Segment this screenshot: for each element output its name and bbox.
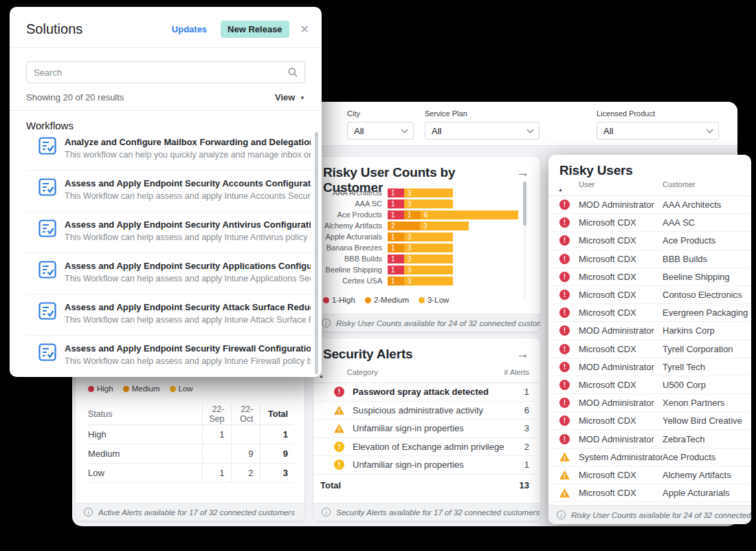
status-table-header[interactable]: 22-Oct — [231, 404, 260, 424]
legend-item-high[interactable]: High — [88, 385, 113, 393]
chart-bar[interactable]: 13 — [388, 255, 453, 263]
view-dropdown[interactable]: View ▼ — [275, 92, 305, 102]
chevron-down-icon — [527, 126, 534, 133]
severity-high-icon: ! — [559, 307, 570, 318]
status-table-cell: 9 — [260, 444, 294, 463]
info-icon: i — [557, 510, 566, 519]
chart-row: Certex USA13 — [319, 275, 522, 286]
panel-scrollbar[interactable] — [315, 132, 318, 374]
results-count-text: Showing 20 of 20 results — [26, 92, 124, 102]
risky-user-row[interactable]: !Microsoft CDXTyrell Corporation — [548, 341, 751, 358]
workflow-item[interactable]: Assess and Apply Endpoint Security Attac… — [26, 294, 313, 336]
open-security-alerts-icon[interactable]: → — [516, 347, 529, 362]
checklist-icon — [38, 219, 56, 252]
risky-user-customer: Harkins Corp — [663, 325, 751, 336]
updates-link[interactable]: Updates — [172, 24, 207, 34]
security-alert-row[interactable]: !Unfamiliar sign-in properties1 — [313, 456, 540, 475]
status-table-cell — [202, 444, 231, 463]
chart-row: Banana Breezes13 — [319, 242, 522, 253]
workflow-text: Assess and Apply Endpoint Security Attac… — [65, 301, 311, 335]
risky-user-row[interactable]: !MOD AdministratorHarkins Corp — [548, 322, 751, 340]
legend-label: Medium — [132, 385, 160, 393]
bar-segment-3-low: 3 — [404, 277, 453, 285]
status-table-header[interactable]: Status — [88, 404, 202, 424]
filter-select[interactable]: All — [425, 122, 540, 140]
status-table-header[interactable]: Total — [260, 404, 294, 424]
search-input[interactable] — [26, 61, 305, 83]
risky-user-row[interactable]: !MOD AdministratorTyrell Tech — [548, 358, 751, 376]
workflow-item[interactable]: Assess and Apply Endpoint Security Antiv… — [26, 212, 313, 253]
chart-scrollbar-thumb[interactable] — [523, 182, 526, 226]
severity-high-icon: ! — [559, 254, 570, 264]
risky-user-row[interactable]: !MOD AdministratorAAA Architects — [548, 196, 751, 214]
chart-bar[interactable]: 13 — [388, 233, 453, 241]
chart-category-label: BBB Builds — [319, 255, 388, 263]
risky-user-customer: Evergreen Packaging — [663, 307, 751, 318]
alert-category: Elevation of Exchange admin privilege — [353, 442, 504, 452]
risky-user-name: Microsoft CDX — [579, 307, 663, 318]
risky-user-row[interactable]: !MOD AdministratorXenon Partners — [548, 394, 751, 412]
open-risky-user-counts-icon[interactable]: → — [516, 165, 529, 180]
chart-bar[interactable]: 13 — [388, 266, 453, 274]
alert-category: Unfamiliar sign-in properties — [353, 460, 504, 470]
chart-bar[interactable]: 13 — [388, 277, 453, 285]
legend-item-medium[interactable]: Medium — [123, 385, 160, 393]
customer-column-header[interactable]: Customer — [663, 180, 696, 188]
status-table-cell: Medium — [88, 444, 202, 463]
bar-segment-3-low: 3 — [404, 199, 453, 208]
risky-user-row[interactable]: !Microsoft CDXAlchemy Artifacts — [548, 466, 751, 484]
chart-bar[interactable]: 13 — [388, 244, 453, 252]
security-alert-row[interactable]: !Unfamiliar sign-in properties3 — [313, 420, 540, 438]
chart-category-label: Ace Products — [319, 210, 388, 219]
user-column-header[interactable]: User — [579, 180, 594, 188]
chart-bar[interactable]: 13 — [388, 199, 453, 208]
bar-segment-3-low: 6 — [421, 210, 518, 219]
category-column-header[interactable]: Category — [347, 368, 378, 376]
legend-item-2-medium[interactable]: 2-Medium — [365, 296, 409, 304]
risky-user-row[interactable]: !Microsoft CDXYellow Bird Creative — [548, 412, 751, 430]
severity-medium-icon: ! — [334, 405, 344, 415]
risky-user-row[interactable]: !Microsoft CDXBBB Builds — [548, 250, 751, 268]
workflow-description: This Workflow can help assess and apply … — [65, 315, 311, 325]
status-table-header[interactable]: 22-Sep — [202, 404, 231, 424]
alert-category: Password spray attack detected — [353, 387, 504, 397]
workflow-list: Analyze and Configure Mailbox Forwarding… — [26, 129, 313, 377]
checklist-icon — [38, 302, 56, 335]
chart-bar[interactable]: 23 — [388, 222, 469, 230]
risky-user-row[interactable]: !MOD AdministratorZebraTech — [548, 430, 751, 448]
legend-item-1-high[interactable]: 1-High — [323, 296, 355, 304]
workflow-item[interactable]: Assess and Apply Endpoint Security Firew… — [26, 336, 313, 377]
risky-user-row[interactable]: !Microsoft CDXAce Products — [548, 232, 751, 250]
active-alerts-legend: HighMediumLow — [88, 385, 193, 393]
security-alert-row[interactable]: !Password spray attack detected1 — [313, 383, 540, 402]
chart-row: Apple Acturarials13 — [319, 231, 522, 242]
risky-user-row[interactable]: !Microsoft CDXU500 Corp — [548, 376, 751, 394]
legend-item-low[interactable]: Low — [170, 385, 193, 393]
workflow-text: Assess and Apply Endpoint Security Antiv… — [65, 219, 311, 252]
chart-row: BBB Builds13 — [319, 253, 522, 264]
new-release-badge[interactable]: New Release — [221, 21, 289, 38]
workflow-item[interactable]: Analyze and Configure Mailbox Forwarding… — [26, 129, 313, 171]
close-icon[interactable]: ✕ — [300, 23, 309, 36]
filter-select[interactable]: All — [347, 122, 414, 140]
chart-bar[interactable]: 13 — [388, 188, 453, 197]
security-alert-row[interactable]: !Elevation of Exchange admin privilege2 — [313, 438, 540, 457]
sort-ascending-icon[interactable]: ▲ — [558, 187, 563, 192]
alerts-column-header[interactable]: # Alerts — [504, 368, 529, 376]
workflow-item[interactable]: Assess and Apply Endpoint Security Appli… — [26, 253, 313, 294]
risky-user-row[interactable]: !Microsoft CDXEvergreen Packaging — [548, 304, 751, 322]
risky-user-name: MOD Administrator — [579, 199, 663, 210]
risky-user-row[interactable]: !System AdministratorAce Products — [548, 449, 751, 466]
risky-user-row[interactable]: !Microsoft CDXAAA SC — [548, 214, 751, 232]
filter-select[interactable]: All — [597, 122, 719, 140]
risky-user-name: Microsoft CDX — [579, 380, 663, 390]
security-alert-row[interactable]: !Suspicious administrative activity6 — [313, 402, 540, 420]
legend-item-3-low[interactable]: 3-Low — [419, 296, 449, 304]
chart-bar[interactable]: 116 — [388, 210, 518, 219]
chart-scrollbar[interactable] — [523, 182, 526, 299]
workflow-item[interactable]: Assess and Apply Endpoint Security Accou… — [26, 171, 313, 212]
risky-user-row[interactable]: !Microsoft CDXContoso Electronics — [548, 286, 751, 304]
risky-user-row[interactable]: !Microsoft CDXBeeline Shipping — [548, 268, 751, 286]
bar-segment-2-medium: 1 — [388, 233, 404, 241]
risky-user-row[interactable]: !Microsoft CDXApple Acturarials — [548, 484, 751, 502]
